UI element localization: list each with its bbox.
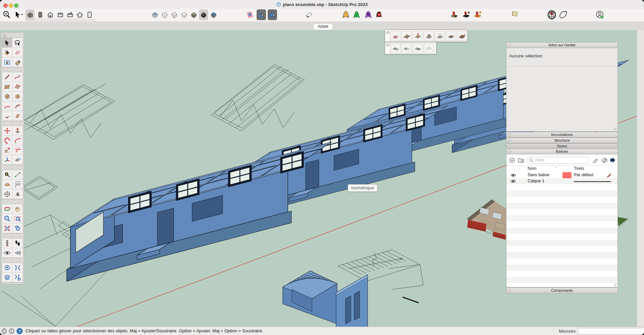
axes-tool[interactable] <box>2 155 12 165</box>
solid-toolbar-close-dot[interactable] <box>386 43 389 47</box>
flip-settings-tool[interactable] <box>12 273 23 282</box>
style-wireframe-button[interactable] <box>170 9 179 20</box>
entity-info-collapse-dot[interactable] <box>508 44 511 47</box>
visibility-eye-icon[interactable] <box>511 173 516 177</box>
smoove-button[interactable] <box>413 31 423 41</box>
style-hidden-line-button[interactable] <box>180 9 189 20</box>
add-detail-button[interactable] <box>446 31 456 41</box>
column-dashes[interactable]: Tirets <box>574 166 584 171</box>
section-fill-toggle-button[interactable] <box>268 9 277 20</box>
view-back-button[interactable] <box>65 9 74 20</box>
union-solids-button[interactable] <box>413 43 423 53</box>
make-component-tool[interactable] <box>2 57 12 67</box>
joint-pushpull-button[interactable] <box>449 9 460 20</box>
add-tag-folder-button[interactable] <box>518 157 524 163</box>
circle-tool[interactable] <box>2 92 12 101</box>
info-icon[interactable] <box>9 328 14 334</box>
pie-tool[interactable] <box>12 111 23 121</box>
eraser-button[interactable] <box>304 9 314 20</box>
add-tag-button[interactable] <box>509 157 515 163</box>
vector-pushpull-button[interactable] <box>461 9 472 20</box>
view-front-button[interactable] <box>46 9 55 20</box>
account-button[interactable] <box>594 9 605 20</box>
view-left-button[interactable] <box>75 9 84 20</box>
view-right-button[interactable] <box>56 9 65 20</box>
tape-measure-tool[interactable] <box>2 170 12 180</box>
protractor-tool[interactable] <box>2 180 12 189</box>
zoom-tool-button[interactable] <box>2 9 11 20</box>
overlays-header[interactable]: Incrustations <box>506 132 618 138</box>
layers-tool[interactable] <box>2 273 12 282</box>
visibility-eye-icon[interactable] <box>511 179 516 183</box>
look-around-tool[interactable] <box>2 248 12 258</box>
tags-table-header[interactable]: Nom ^ Tirets <box>506 165 618 173</box>
sphere-cage-tool-button[interactable] <box>546 9 557 20</box>
tags-detail-button[interactable] <box>601 157 607 163</box>
offset-tool[interactable] <box>12 145 23 155</box>
style-back-edges-button[interactable] <box>160 9 169 20</box>
style-monochrome-button[interactable] <box>209 9 218 20</box>
edit-dashes-pencil-icon[interactable] <box>606 173 611 178</box>
resize-grip[interactable] <box>613 282 617 286</box>
purge-tags-button[interactable] <box>610 157 616 163</box>
entity-info-header[interactable]: Infos sur l'entité <box>506 42 618 48</box>
curviloft-loft-button[interactable] <box>341 9 351 20</box>
scale-tool[interactable] <box>2 145 12 155</box>
flip-tool[interactable] <box>12 263 23 273</box>
outliner-collapse-dot[interactable] <box>508 139 511 142</box>
stamp-button[interactable] <box>424 31 434 41</box>
sandbox-from-scratch-button[interactable] <box>401 31 412 41</box>
palette-close-dot[interactable] <box>3 34 6 38</box>
position-camera-tool[interactable] <box>2 238 12 248</box>
intersect-tool[interactable] <box>12 155 23 165</box>
zoom-extents-tool[interactable] <box>2 224 12 233</box>
style-shaded-button[interactable] <box>190 9 198 20</box>
outer-shell-button[interactable] <box>390 43 401 53</box>
push-pull-tool[interactable] <box>12 126 23 136</box>
styles-collapse-dot[interactable] <box>508 145 511 148</box>
tag-filter-input[interactable] <box>535 157 586 163</box>
intersect-solids-button[interactable] <box>401 43 412 53</box>
section-cuts-toggle-button[interactable] <box>257 9 266 20</box>
select-tool[interactable] <box>2 38 12 48</box>
dimension-tool[interactable] <box>12 170 23 180</box>
outliner-header[interactable]: Structure <box>506 138 618 143</box>
tag-tool[interactable] <box>12 57 23 67</box>
two-point-arc-tool[interactable] <box>12 101 23 111</box>
tags-collapse-dot[interactable] <box>508 150 511 153</box>
style-xray-button[interactable] <box>151 9 159 20</box>
shell-tool-button[interactable] <box>557 9 569 20</box>
style-shaded-textures-button[interactable] <box>199 9 208 20</box>
drape-button[interactable] <box>435 31 445 41</box>
3d-text-tool[interactable]: AA <box>12 189 23 199</box>
tag-row-sans-balise[interactable]: Sans balise Par défaut <box>506 172 618 178</box>
follow-me-tool[interactable] <box>12 136 23 145</box>
orbit-tool[interactable] <box>2 204 12 214</box>
help-icon[interactable]: ? <box>16 328 23 334</box>
view-bottom-button[interactable] <box>85 9 94 20</box>
rotate-tool[interactable] <box>2 136 12 145</box>
pan-tool[interactable] <box>12 204 23 214</box>
axes-compass-tool[interactable] <box>2 189 12 199</box>
zoom-tool-palette[interactable] <box>2 214 12 224</box>
flag-tool-button[interactable] <box>510 9 520 20</box>
curviloft-skin-button[interactable] <box>352 9 362 20</box>
resize-grip[interactable] <box>613 127 617 131</box>
sandbox-toolbar-close-dot[interactable] <box>386 31 389 34</box>
text-tool[interactable]: A1 <box>12 180 23 189</box>
paint-bucket-tool[interactable] <box>2 48 12 57</box>
extension-download-tool[interactable] <box>2 263 12 273</box>
arc-tool[interactable] <box>2 101 12 111</box>
flip-edge-button[interactable] <box>457 31 467 41</box>
rotated-rectangle-tool[interactable] <box>12 82 23 92</box>
column-name[interactable]: Nom <box>528 166 536 171</box>
reload-tool-button[interactable] <box>374 9 384 20</box>
scene-tab-arbeit[interactable]: Arbeit <box>313 23 333 30</box>
three-point-arc-tool[interactable] <box>2 111 12 121</box>
polygon-tool[interactable] <box>12 92 23 101</box>
measurements-input[interactable] <box>578 328 644 335</box>
sandbox-from-contours-button[interactable] <box>390 31 401 41</box>
lasso-tool[interactable] <box>12 38 23 48</box>
zoom-window-tool[interactable] <box>12 214 23 224</box>
select-tool-button[interactable] <box>13 9 24 20</box>
